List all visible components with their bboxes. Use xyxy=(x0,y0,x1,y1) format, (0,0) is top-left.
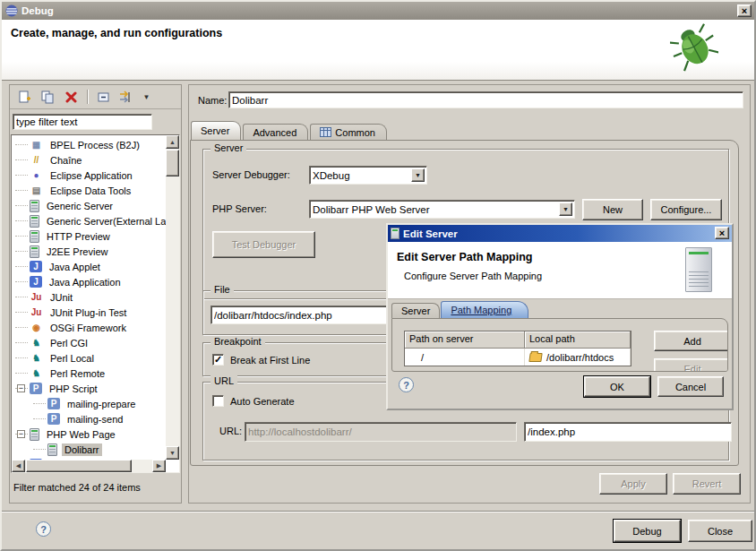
tab-common[interactable]: Common xyxy=(310,124,387,140)
dialog-tab-path-mapping[interactable]: Path Mapping xyxy=(441,301,528,318)
ok-button[interactable]: OK xyxy=(584,376,650,397)
scroll-down-icon[interactable]: ▼ xyxy=(166,446,179,460)
dialog-heading: Edit Server Path Mapping xyxy=(397,251,532,263)
dialog-tab-server[interactable]: Server xyxy=(391,303,440,318)
tree-item-label: J2EE Preview xyxy=(44,245,110,258)
table-row[interactable]: //dolibarr/htdocs xyxy=(405,349,631,366)
new-configuration-icon[interactable] xyxy=(17,90,32,104)
tree-item[interactable]: Pmailing-prepare xyxy=(12,396,166,411)
tree-item[interactable]: JuJUnit Plug-in Test xyxy=(12,305,166,320)
tree-item-label: BPEL Process (B2J) xyxy=(47,139,142,151)
type-filter-input[interactable] xyxy=(13,114,152,130)
collapse-toggle-icon[interactable]: − xyxy=(17,430,25,438)
tree-guide xyxy=(33,418,46,419)
tree-guide xyxy=(15,327,28,328)
tree-item[interactable]: Generic Server(External La xyxy=(12,213,166,228)
vertical-scroll-thumb[interactable] xyxy=(166,150,179,176)
delete-icon[interactable] xyxy=(64,90,79,104)
tree-item[interactable]: ♞Perl CGI xyxy=(12,335,166,350)
dialog-help-icon[interactable]: ? xyxy=(399,377,414,392)
tree-item[interactable]: //Chaîne xyxy=(12,152,166,168)
debug-button[interactable]: Debug xyxy=(614,520,681,542)
cell-path-on-server: / xyxy=(405,349,525,366)
junit-icon: Ju xyxy=(30,306,43,319)
close-button[interactable]: Close xyxy=(688,520,752,542)
auto-generate-label: Auto Generate xyxy=(230,396,295,407)
edit-button[interactable]: Edit xyxy=(654,358,728,372)
tree-guide xyxy=(15,357,28,358)
tree-item[interactable]: ●Eclipse Application xyxy=(12,168,166,183)
tree-guide xyxy=(15,159,28,160)
tree-item[interactable]: Generic Server xyxy=(12,198,166,213)
cell-local-path: /dolibarr/htdocs xyxy=(525,349,631,366)
name-input[interactable] xyxy=(228,91,743,108)
tree-item[interactable]: JJava Application xyxy=(12,274,166,289)
perl-icon: ♞ xyxy=(30,367,43,380)
chevron-down-icon[interactable]: ▼ xyxy=(411,168,425,182)
php-icon: P xyxy=(30,383,42,394)
tree-guide xyxy=(33,403,46,404)
break-first-line-checkbox[interactable]: ✓ xyxy=(212,354,224,366)
server-icon xyxy=(391,228,399,239)
tree-item[interactable]: ♞Perl Remote xyxy=(12,366,166,381)
tree-item[interactable]: −PPHP Script xyxy=(12,381,166,396)
tree-item[interactable]: ▦BPEL Process (B2J) xyxy=(12,137,166,152)
server-icon xyxy=(30,200,39,212)
tree-vertical-scrollbar[interactable]: ▲ ▼ xyxy=(166,135,179,460)
scroll-right-icon[interactable]: ▶ xyxy=(152,460,166,472)
tree-guide xyxy=(15,297,28,297)
menu-dropdown-icon[interactable]: ▼ xyxy=(142,90,150,104)
dialog-close-icon[interactable]: × xyxy=(715,227,729,239)
tree-item[interactable]: ♞Perl Local xyxy=(12,350,166,366)
configure-button[interactable]: Configure... xyxy=(650,199,722,220)
filter-icon[interactable] xyxy=(119,90,134,104)
tree-item-label: Eclipse Data Tools xyxy=(47,185,133,197)
tree-item[interactable]: ◉OSGi Framework xyxy=(12,320,166,335)
tab-advanced[interactable]: Advanced xyxy=(243,124,308,140)
tree-item[interactable]: ▤Eclipse Data Tools xyxy=(12,183,166,198)
help-icon[interactable]: ? xyxy=(36,521,51,537)
tree-item-label: PHP Script xyxy=(47,383,100,395)
horizontal-scroll-thumb[interactable] xyxy=(26,460,132,472)
tab-server[interactable]: Server xyxy=(191,121,241,140)
auto-generate-checkbox[interactable] xyxy=(212,395,224,407)
test-debugger-button[interactable]: Test Debugger xyxy=(212,231,315,258)
tree-item[interactable]: J2EE Preview xyxy=(12,244,166,259)
database-icon: ▤ xyxy=(30,185,43,197)
server-debugger-combo[interactable]: XDebug ▼ xyxy=(309,166,427,185)
php-server-combo[interactable]: Dolibarr PHP Web Server ▼ xyxy=(309,200,575,219)
tree-item[interactable]: −PHP Web Page xyxy=(12,426,166,442)
tree-item[interactable]: JJava Applet xyxy=(12,259,166,274)
tree-item-label: Perl Remote xyxy=(47,367,107,380)
server-icon xyxy=(30,245,39,258)
tree-item[interactable]: JuJUnit xyxy=(12,289,166,305)
add-button[interactable]: Add xyxy=(654,331,728,351)
column-path-on-server[interactable]: Path on server xyxy=(405,331,525,349)
tree-horizontal-scrollbar[interactable]: ◀ ▶ xyxy=(12,460,166,472)
new-server-button[interactable]: New xyxy=(582,199,643,220)
window-close-icon[interactable]: × xyxy=(737,4,752,17)
duplicate-icon[interactable] xyxy=(40,90,56,104)
column-local-path[interactable]: Local path xyxy=(525,331,631,349)
dialog-subheading: Configure Server Path Mapping xyxy=(404,271,542,281)
tree-item[interactable]: Pmailing-send xyxy=(12,411,166,426)
revert-button[interactable]: Revert xyxy=(673,473,741,495)
tree-item-label: Perl Local xyxy=(47,352,97,365)
window-title: Debug xyxy=(21,5,54,16)
configurations-tree-box: ▦BPEL Process (B2J)//Chaîne●Eclipse Appl… xyxy=(11,134,180,473)
tree-item[interactable]: Dolibarr xyxy=(12,442,166,457)
cancel-button[interactable]: Cancel xyxy=(657,376,724,397)
junit-icon: Ju xyxy=(30,291,43,304)
url-path-input[interactable] xyxy=(524,422,732,442)
collapse-toggle-icon[interactable]: − xyxy=(17,384,25,392)
tree-item-label: Chaîne xyxy=(47,154,84,167)
apply-button[interactable]: Apply xyxy=(599,473,667,495)
scroll-left-icon[interactable]: ◀ xyxy=(12,460,25,472)
scroll-up-icon[interactable]: ▲ xyxy=(166,135,179,149)
tree-item[interactable]: HTTP Preview xyxy=(12,228,166,244)
server-php-icon xyxy=(47,443,57,456)
tree-item-label: HTTP Preview xyxy=(44,230,113,243)
tree-guide xyxy=(15,220,28,221)
chevron-down-icon[interactable]: ▼ xyxy=(559,202,572,216)
collapse-all-icon[interactable] xyxy=(96,90,111,104)
